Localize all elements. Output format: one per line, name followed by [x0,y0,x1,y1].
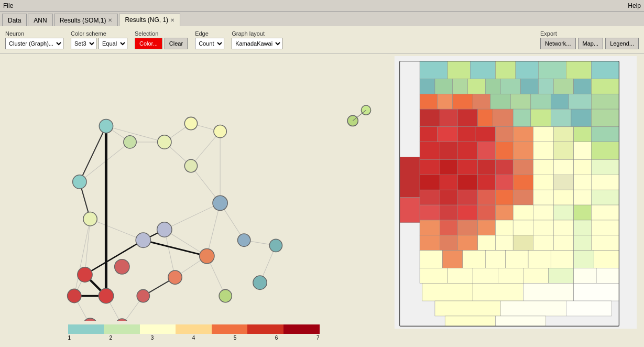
svg-rect-173 [478,220,496,235]
tab-ng1[interactable]: Results (NG, 1) ✕ [119,14,180,26]
legend-segment-1 [68,324,104,334]
neuron-select[interactable]: Cluster (Graph)... [5,38,63,49]
svg-rect-157 [553,190,574,205]
tab-som1-close[interactable]: ✕ [108,17,112,23]
color-scheme-select[interactable]: Set3 [71,38,96,49]
svg-rect-134 [495,159,513,175]
edge-label: Edge [195,30,224,37]
color-scheme-group: Color scheme Set3 Equal [71,30,127,49]
svg-rect-216 [400,157,420,198]
svg-rect-129 [591,142,619,160]
svg-rect-82 [468,79,486,94]
svg-rect-109 [591,109,619,127]
legend-segment-7 [283,324,320,334]
map-container[interactable] [390,56,641,329]
svg-rect-177 [553,220,574,235]
edge-select[interactable]: Count [195,38,224,49]
svg-rect-88 [574,79,592,94]
svg-rect-206 [596,268,619,283]
main-content: 1 2 3 4 5 6 7 [0,53,644,347]
help-menu[interactable]: Help [628,2,641,9]
network-button[interactable]: Network... [540,38,576,49]
svg-rect-0 [0,55,387,320]
graph-canvas[interactable] [0,53,387,321]
svg-rect-188 [574,235,592,251]
menubar: File Help [0,0,644,12]
color-scheme-label: Color scheme [71,30,127,37]
svg-rect-84 [500,79,521,94]
tabs-bar: Data ANN Results (SOM,1) ✕ Results (NG, … [0,12,644,26]
svg-rect-118 [574,127,592,142]
svg-rect-182 [457,235,478,251]
legend-button[interactable]: Legend... [605,38,639,49]
legend-labels: 1 2 3 4 5 6 7 [68,334,320,342]
svg-rect-138 [574,159,592,175]
svg-rect-116 [533,127,554,142]
equal-select[interactable]: Equal [99,38,127,49]
svg-rect-197 [574,251,594,268]
svg-rect-203 [523,268,548,283]
menubar-right: Help [628,2,641,9]
svg-rect-180 [420,235,440,251]
svg-rect-167 [553,205,574,220]
svg-rect-171 [440,220,458,235]
svg-rect-87 [553,79,574,94]
svg-rect-165 [513,205,533,220]
svg-rect-113 [475,127,496,142]
svg-rect-156 [533,190,554,205]
clear-button[interactable]: Clear [165,38,188,49]
legend-segment-5 [212,324,248,334]
svg-rect-154 [495,190,513,205]
tab-som1[interactable]: Results (SOM,1) ✕ [54,14,118,26]
graph-layout-select[interactable]: KamadaKawai [232,38,282,49]
svg-rect-160 [420,205,440,220]
svg-point-66 [219,289,232,302]
legend-segment-2 [104,324,140,334]
svg-rect-98 [569,94,591,109]
svg-point-49 [184,159,197,172]
svg-rect-190 [420,251,442,268]
legend-label-5: 5 [234,335,237,341]
svg-point-50 [83,212,97,226]
toolbar: Neuron Cluster (Graph)... Color scheme S… [0,26,644,53]
svg-rect-71 [420,61,447,79]
svg-rect-130 [420,159,440,175]
tab-ng1-close[interactable]: ✕ [170,17,174,23]
svg-rect-175 [513,220,533,235]
svg-rect-212 [500,301,566,316]
graph-layout-group: Graph layout KamadaKawai [232,30,282,49]
file-menu[interactable]: File [3,2,13,9]
svg-rect-202 [498,268,523,283]
svg-point-67 [347,115,358,126]
svg-rect-133 [478,159,496,175]
svg-rect-103 [478,109,493,127]
svg-rect-92 [453,94,473,109]
svg-rect-176 [533,220,554,235]
svg-rect-170 [420,220,440,235]
svg-rect-162 [457,205,478,220]
svg-rect-172 [457,220,478,235]
svg-rect-90 [420,94,438,109]
map-button[interactable]: Map... [578,38,604,49]
svg-point-62 [168,270,182,284]
selection-label: Selection [135,30,188,37]
svg-rect-194 [506,251,528,268]
edge-controls: Count [195,38,224,49]
tab-data[interactable]: Data [2,14,27,26]
svg-rect-79 [420,79,435,94]
svg-rect-121 [440,142,458,160]
svg-rect-115 [513,127,533,142]
svg-rect-102 [457,109,478,127]
svg-rect-186 [533,235,554,251]
svg-rect-137 [553,159,574,175]
svg-rect-125 [513,142,533,160]
svg-rect-89 [591,79,619,94]
legend-label-6: 6 [275,335,278,341]
svg-rect-108 [571,109,592,127]
svg-rect-100 [420,109,440,127]
tab-ann[interactable]: ANN [28,14,52,26]
color-scheme-controls: Set3 Equal [71,38,127,49]
selection-controls: Color... Clear [135,38,188,49]
edge-group: Edge Count [195,30,224,49]
color-button[interactable]: Color... [135,38,162,49]
